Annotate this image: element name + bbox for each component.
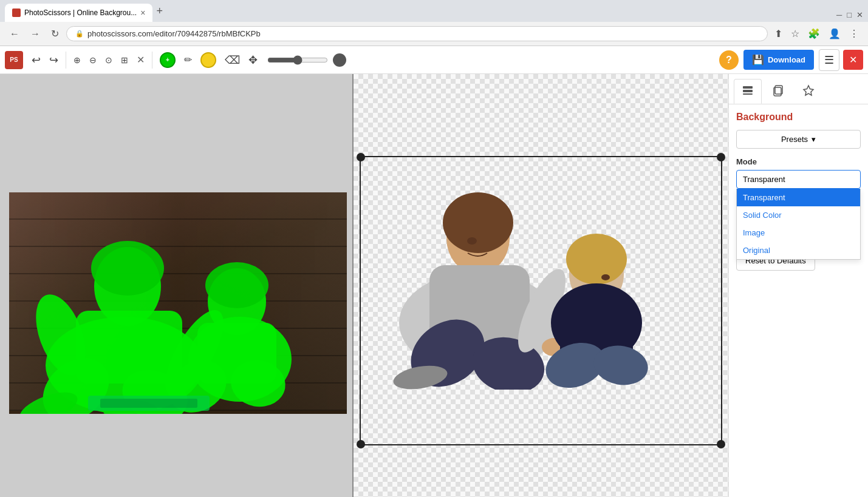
eraser2-btn[interactable]: ⌫	[221, 51, 244, 69]
sidebar-content: Background Presets ▾ Mode Transparent So…	[729, 104, 868, 497]
minimize-btn[interactable]: ─	[836, 10, 842, 19]
yellow-circle-icon	[200, 52, 216, 68]
presets-btn[interactable]: Presets ▾	[736, 130, 861, 149]
help-btn[interactable]: ?	[719, 50, 739, 70]
mode-select[interactable]: Transparent Solid Color Image Original	[736, 170, 861, 189]
eraser-icon: ✏	[184, 54, 192, 66]
mode-option-transparent[interactable]: Transparent	[737, 189, 860, 206]
brush-size-slider[interactable]	[267, 55, 328, 65]
extensions-icon[interactable]: 🧩	[805, 25, 823, 42]
mode-option-original[interactable]: Original	[737, 242, 860, 259]
close-x-btn[interactable]: ✕	[133, 52, 148, 68]
forward-btn[interactable]: →	[27, 26, 44, 42]
mode-select-wrap: Transparent Solid Color Image Original T…	[736, 170, 861, 189]
svg-point-20	[443, 192, 513, 253]
sep1	[66, 52, 66, 69]
presets-chevron: ▾	[812, 135, 816, 144]
zoom-reset-btn[interactable]: ⊙	[101, 53, 116, 67]
download-btn[interactable]: 💾 Download	[743, 50, 814, 70]
app-logo: PS	[5, 51, 23, 69]
main-area: Background Presets ▾ Mode Transparent So…	[0, 74, 868, 497]
result-image-container	[360, 159, 700, 390]
svg-point-21	[467, 237, 477, 245]
svg-marker-40	[804, 86, 813, 95]
url-bar[interactable]: 🔒 photoscissors.com/editor/709442875/rbM…	[66, 26, 768, 41]
mode-option-solidcolor[interactable]: Solid Color	[737, 206, 860, 224]
handle-tl[interactable]	[357, 153, 365, 161]
zoom-in-btn[interactable]: ⊕	[70, 53, 84, 67]
app-toolbar: PS ↩ ↪ ⊕ ⊖ ⊙ ⊞ ✕ + ✏ ⌫ ✥	[0, 46, 868, 74]
mode-option-image[interactable]: Image	[737, 224, 860, 242]
svg-rect-17	[100, 399, 197, 408]
svg-rect-35	[743, 86, 753, 89]
yellow-circle-btn[interactable]	[197, 50, 220, 70]
handle-tr[interactable]	[717, 153, 725, 161]
app-close-btn[interactable]: ✕	[843, 50, 863, 70]
handle-bl[interactable]	[357, 440, 365, 448]
mode-dropdown: Transparent Solid Color Image Original	[736, 189, 861, 260]
more-icon[interactable]: ⋮	[846, 25, 862, 42]
result-people-svg	[360, 159, 700, 390]
canvas-area[interactable]	[0, 74, 728, 497]
profile-icon[interactable]: 👤	[825, 25, 844, 42]
sidebar-title: Background	[736, 112, 861, 123]
undo-btn[interactable]: ↩	[28, 51, 44, 69]
sidebar-tabs	[729, 74, 868, 104]
handle-br[interactable]	[717, 440, 725, 448]
left-panel	[0, 74, 352, 497]
lock-icon: 🔒	[75, 30, 84, 38]
url-text: photoscissors.com/editor/709442875/rbMBf…	[87, 29, 759, 38]
tab-layers[interactable]	[734, 79, 762, 104]
nav-actions: ⬆ ☆ 🧩 👤 ⋮	[771, 25, 862, 42]
svg-point-2	[91, 241, 164, 296]
brush-size-preview	[333, 53, 346, 67]
move-btn[interactable]: ✥	[245, 51, 261, 69]
download-label: Download	[768, 55, 805, 64]
bookmark-icon[interactable]: ☆	[788, 25, 802, 42]
svg-point-12	[205, 262, 268, 308]
wood-background	[9, 192, 347, 414]
eraser-btn[interactable]: ✏	[180, 52, 196, 68]
tab-favicon	[12, 8, 21, 17]
window-close-btn[interactable]: ✕	[856, 10, 863, 19]
source-image	[9, 192, 347, 414]
result-checkerboard	[354, 74, 728, 497]
right-panel	[354, 74, 728, 497]
canvas-divider	[352, 74, 354, 497]
mode-label: Mode	[736, 157, 861, 166]
tab-copy[interactable]	[764, 79, 792, 104]
sep2	[152, 52, 152, 69]
brush-size-wrap	[267, 53, 346, 67]
green-silhouette	[15, 208, 337, 414]
svg-rect-37	[743, 93, 753, 95]
nav-bar: ← → ↻ 🔒 photoscissors.com/editor/7094428…	[0, 22, 868, 46]
tab-favorites[interactable]	[795, 79, 822, 104]
green-brush-btn[interactable]: +	[156, 50, 179, 70]
menu-btn[interactable]: ☰	[819, 49, 839, 71]
back-btn[interactable]: ←	[6, 26, 23, 42]
download-icon: 💾	[752, 54, 764, 66]
green-circle-icon: +	[160, 52, 176, 68]
right-sidebar: Background Presets ▾ Mode Transparent So…	[728, 74, 868, 497]
tab-label: PhotoScissors | Online Backgrou...	[24, 8, 137, 17]
eraser2-icon: ⌫	[225, 53, 240, 67]
svg-point-29	[566, 234, 627, 285]
reload-btn[interactable]: ↻	[47, 25, 63, 42]
svg-point-30	[601, 274, 610, 280]
tab-close-btn[interactable]: ×	[140, 8, 145, 18]
new-tab-btn[interactable]: +	[154, 5, 165, 18]
zoom-fit-btn[interactable]: ⊞	[117, 53, 132, 67]
active-tab[interactable]: PhotoScissors | Online Backgrou... ×	[5, 4, 152, 22]
share-icon[interactable]: ⬆	[771, 25, 785, 42]
presets-label: Presets	[781, 135, 808, 144]
browser-window: PhotoScissors | Online Backgrou... × + ─…	[0, 0, 868, 497]
maximize-btn[interactable]: □	[847, 10, 852, 19]
zoom-out-btn[interactable]: ⊖	[86, 53, 100, 67]
svg-rect-36	[743, 90, 753, 92]
tab-bar: PhotoScissors | Online Backgrou... × + ─…	[0, 0, 868, 22]
redo-btn[interactable]: ↪	[46, 51, 62, 69]
